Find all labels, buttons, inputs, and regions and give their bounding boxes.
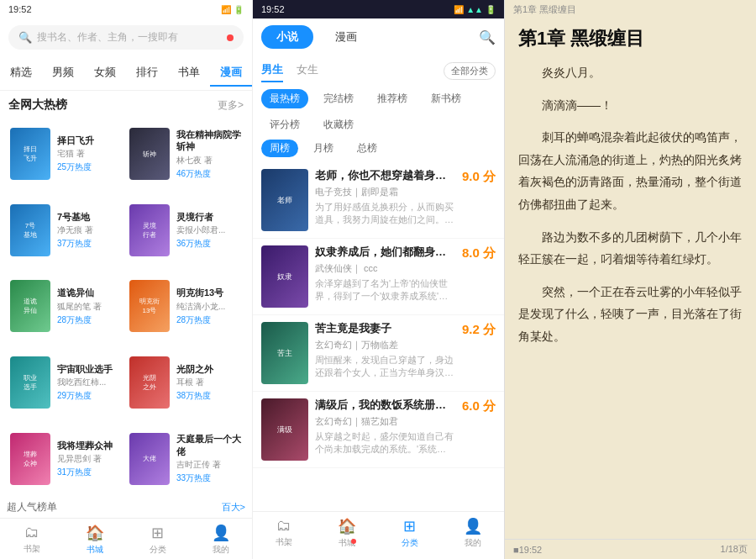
mid-search-icon[interactable]: 🔍 [479, 29, 496, 45]
list-item[interactable]: 斩神 我在精神病院学斩神 林七夜 著 46万热度 [126, 116, 245, 192]
reader-chapter-title: 第1章 黑缎缠目 [505, 19, 756, 55]
book-info-6: 宇宙职业选手 我吃西红柿... 29万热度 [57, 363, 123, 402]
rank-tab-recommend[interactable]: 推荐榜 [369, 89, 416, 108]
novel-info-1: 奴隶养成后，她们都翻身… 武侠仙侠｜ ccc 余泽穿越到了名为'上帝'的仙侠世界… [315, 245, 455, 303]
novel-info-3: 满级后，我的数饭系统册… 玄幻奇幻｜猫艺如君 从穿越之时起，盛尔便知道自己有个尚… [315, 398, 455, 456]
list-item[interactable]: 灵境行者 灵境行者 卖报小郎君... 36万热度 [126, 192, 245, 269]
book-info-7: 光阴之外 耳根 著 38万热度 [176, 363, 242, 402]
mid-nav-mine[interactable]: 👤 我的 [441, 517, 504, 556]
rec-more[interactable]: 百大> [222, 501, 245, 514]
time-tab-week[interactable]: 周榜 [261, 140, 298, 157]
search-bar: 🔍 搜书名、作者、主角，一搜即有 [0, 18, 252, 56]
book-grid: 择日飞升 择日飞升 宅猫 著 25万热度 斩神 我在精神病院学斩神 林七夜 著 … [0, 116, 252, 497]
tab-manga[interactable]: 漫画 [320, 25, 372, 49]
gender-tab-male[interactable]: 男生 [261, 59, 283, 82]
book-cover-6: 职业选手 [10, 356, 50, 409]
list-item[interactable]: 7号基地 7号基地 净无痕 著 37万热度 [7, 192, 126, 269]
mid-time: 19:52 [261, 4, 285, 14]
list-item[interactable]: 明克街13号 明克街13号 纯洁滴小龙... 28万热度 [126, 268, 245, 345]
rank-tab-hot[interactable]: 最热榜 [261, 89, 308, 108]
left-panel: 19:52 📶 🔋 🔍 搜书名、作者、主角，一搜即有 精选 男频 女频 排行 书… [0, 0, 252, 559]
rank-tab-score[interactable]: 评分榜 [261, 115, 308, 134]
time-tab-month[interactable]: 月榜 [305, 140, 342, 157]
book-cover-5: 明克街13号 [129, 280, 170, 332]
book-info-1: 我在精神病院学斩神 林七夜 著 46万热度 [176, 129, 242, 180]
mid-tabs: 小说 漫画 [261, 25, 372, 49]
mid-bottom-nav: 🗂 书架 🏠 书城 ⊞ 分类 👤 我的 [253, 511, 504, 559]
middle-panel: 19:52 📶 ▲▲ 🔋 小说 漫画 🔍 男生 女生 全部分类 最热榜 完结榜 … [252, 0, 504, 559]
book-cover-4: 道诡异仙 [10, 280, 50, 332]
book-cover-7: 光阴之外 [129, 356, 170, 409]
reader-para-0: 炎炎八月。 [518, 61, 743, 84]
nav-tab-paihang[interactable]: 排行 [126, 60, 168, 87]
category-icon: ⊞ [151, 524, 164, 542]
book-cover-8: 埋葬众神 [10, 433, 50, 485]
book-cover-2: 7号基地 [10, 204, 50, 256]
more-button[interactable]: 更多> [218, 98, 244, 113]
list-item[interactable]: 道诡异仙 道诡异仙 狐尾的笔 著 28万热度 [7, 268, 126, 345]
left-status-bar: 19:52 📶 🔋 [0, 0, 252, 18]
nav-item-bookstore[interactable]: 🏠 书城 [63, 524, 126, 556]
all-category-button[interactable]: 全部分类 [444, 62, 496, 80]
gender-tabs: 男生 女生 全部分类 [253, 55, 504, 86]
nav-tab-nanpin[interactable]: 男频 [42, 60, 84, 87]
novel-list: 老师 老师，你也不想穿越着身… 电子竞技｜剧即是霜 为了用好感值兑换积分，从而购… [253, 162, 504, 511]
novel-cover-2: 苦主 [261, 322, 308, 384]
reader-content: 炎炎八月。 滴滴滴——！ 刺耳的蝉鸣混杂着此起彼伏的鸣笛声，回荡在人流涌急的街道… [505, 55, 756, 539]
list-item[interactable]: 大佬 天庭最后一个大佬 吉时正传 著 33万热度 [126, 420, 245, 497]
nav-item-shelf[interactable]: 🗂 书架 [0, 524, 63, 556]
rank-tab-collect[interactable]: 收藏榜 [315, 115, 362, 134]
rec-row: 超人气榜单 百大> [0, 497, 252, 518]
search-dot [227, 34, 234, 41]
novel-cover-1: 奴隶 [261, 245, 308, 308]
tab-novel[interactable]: 小说 [261, 25, 313, 49]
mid-nav-category[interactable]: ⊞ 分类 [379, 517, 442, 556]
notification-dot [351, 539, 356, 544]
mid-nav-shelf[interactable]: 🗂 书架 [253, 517, 316, 556]
list-item[interactable]: 苦主 苦主竟是我妻子 玄幻奇幻｜万物临差 周恒醒来，发现自己穿越了，身边还跟着个… [253, 315, 504, 392]
list-item[interactable]: 择日飞升 择日飞升 宅猫 著 25万热度 [7, 116, 126, 192]
time-tabs: 周榜 月榜 总榜 [253, 138, 504, 162]
section-header: 全网大热榜 更多> [0, 91, 252, 116]
time-tab-total[interactable]: 总榜 [349, 140, 386, 157]
bookstore-icon: 🏠 [86, 524, 104, 542]
list-item[interactable]: 奴隶 奴隶养成后，她们都翻身… 武侠仙侠｜ ccc 余泽穿越到了名为'上帝'的仙… [253, 239, 504, 315]
mid-status-bar: 19:52 📶 ▲▲ 🔋 [253, 0, 504, 18]
mine-icon: 👤 [212, 524, 230, 542]
mid-bookstore-icon: 🏠 [338, 517, 356, 535]
nav-tab-manhua[interactable]: 漫画 [210, 60, 252, 87]
book-info-4: 道诡异仙 狐尾的笔 著 28万热度 [57, 287, 123, 325]
novel-info-0: 老师，你也不想穿越着身… 电子竞技｜剧即是霜 为了用好感值兑换积分，从而购买道具… [315, 169, 455, 227]
list-item[interactable]: 老师 老师，你也不想穿越着身… 电子竞技｜剧即是霜 为了用好感值兑换积分，从而购… [253, 162, 504, 239]
book-cover-0: 择日飞升 [10, 128, 50, 180]
left-time: 19:52 [8, 4, 32, 14]
reader-bottom-time: ■19:52 [513, 545, 542, 555]
search-input-wrap[interactable]: 🔍 搜书名、作者、主角，一搜即有 [8, 25, 244, 50]
mid-nav-bookstore[interactable]: 🏠 书城 [316, 517, 379, 556]
rank-tab-complete[interactable]: 完结榜 [315, 89, 362, 108]
list-item[interactable]: 职业选手 宇宙职业选手 我吃西红柿... 29万热度 [7, 345, 126, 421]
left-status-icons: 📶 🔋 [221, 5, 244, 14]
list-item[interactable]: 满级 满级后，我的数饭系统册… 玄幻奇幻｜猫艺如君 从穿越之时起，盛尔便知道自己… [253, 392, 504, 468]
nav-item-category[interactable]: ⊞ 分类 [126, 524, 189, 556]
book-cover-9: 大佬 [129, 433, 170, 485]
nav-tab-nvpin[interactable]: 女频 [84, 60, 126, 87]
rec-label: 超人气榜单 [7, 500, 57, 514]
mid-status-icons: 📶 ▲▲ 🔋 [454, 5, 496, 14]
list-item[interactable]: 埋葬众神 我将埋葬众神 见异思剑 著 31万热度 [7, 420, 126, 497]
book-info-0: 择日飞升 宅猫 著 25万热度 [57, 134, 123, 173]
left-nav-tabs: 精选 男频 女频 排行 书单 漫画 [0, 56, 252, 91]
reader-panel: 第1章 黑缎缠目 第1章 黑缎缠目 炎炎八月。 滴滴滴——！ 刺耳的蝉鸣混杂着此… [504, 0, 756, 559]
novel-info-2: 苦主竟是我妻子 玄幻奇幻｜万物临差 周恒醒来，发现自己穿越了，身边还跟着个女人，… [315, 322, 455, 380]
list-item[interactable]: 光阴之外 光阴之外 耳根 著 38万热度 [126, 345, 245, 421]
rank-tab-new[interactable]: 新书榜 [423, 89, 470, 108]
search-icon: 🔍 [18, 31, 32, 44]
book-info-5: 明克街13号 纯洁滴小龙... 28万热度 [176, 287, 242, 325]
reader-para-3: 路边为数不多的几团树荫下，几个小年轻正簇在一起，叼着烟等待着红绿灯。 [518, 226, 743, 271]
nav-item-mine[interactable]: 👤 我的 [189, 524, 252, 556]
nav-tab-jingxuan[interactable]: 精选 [0, 60, 42, 87]
search-placeholder: 搜书名、作者、主角，一搜即有 [37, 30, 222, 45]
left-bottom-nav: 🗂 书架 🏠 书城 ⊞ 分类 👤 我的 [0, 518, 252, 559]
gender-tab-female[interactable]: 女生 [297, 59, 318, 82]
nav-tab-shudang[interactable]: 书单 [168, 60, 210, 87]
